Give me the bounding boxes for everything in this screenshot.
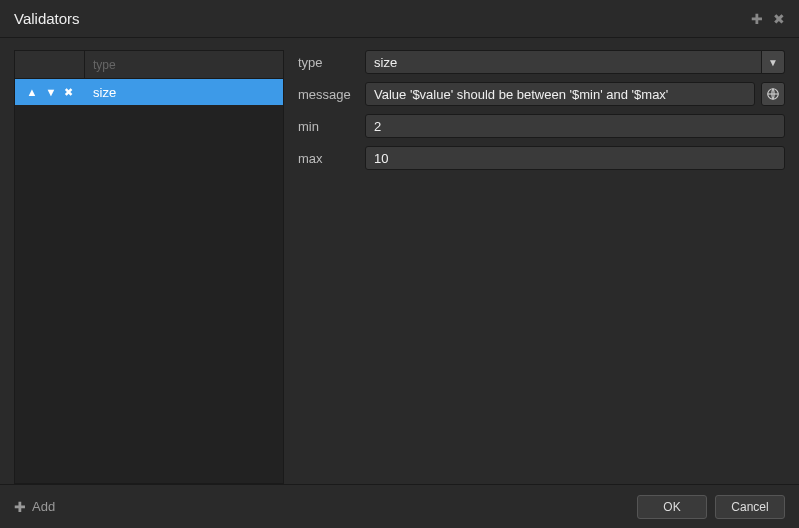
properties-panel: type ▼ message min — [298, 50, 785, 484]
table-header-type: type — [85, 51, 283, 78]
cancel-button[interactable]: Cancel — [715, 495, 785, 519]
min-label: min — [298, 119, 353, 134]
table-row[interactable]: ▲ ▼ ✖ size — [15, 79, 283, 105]
chevron-down-icon[interactable]: ▼ — [761, 50, 785, 74]
close-icon[interactable]: ✖ — [773, 12, 785, 26]
titlebar: Validators ✚ ✖ — [0, 0, 799, 38]
message-input[interactable] — [365, 82, 755, 106]
window-title: Validators — [14, 10, 80, 27]
row-delete-icon[interactable]: ✖ — [64, 87, 73, 98]
table-header: type — [15, 51, 283, 79]
max-input[interactable] — [365, 146, 785, 170]
row-move-down-icon[interactable]: ▼ — [46, 87, 57, 98]
globe-icon[interactable] — [761, 82, 785, 106]
row-move-up-icon[interactable]: ▲ — [27, 87, 38, 98]
add-icon[interactable]: ✚ — [751, 12, 763, 26]
type-select[interactable] — [365, 50, 785, 74]
validators-list-panel: type ▲ ▼ ✖ size — [14, 50, 284, 484]
type-label: type — [298, 55, 353, 70]
ok-button[interactable]: OK — [637, 495, 707, 519]
plus-icon: ✚ — [14, 500, 26, 514]
add-button-label: Add — [32, 499, 55, 514]
add-button[interactable]: ✚ Add — [14, 499, 55, 514]
row-type-cell: size — [85, 85, 283, 100]
max-label: max — [298, 151, 353, 166]
message-label: message — [298, 87, 353, 102]
table-header-actions — [15, 51, 85, 78]
min-input[interactable] — [365, 114, 785, 138]
